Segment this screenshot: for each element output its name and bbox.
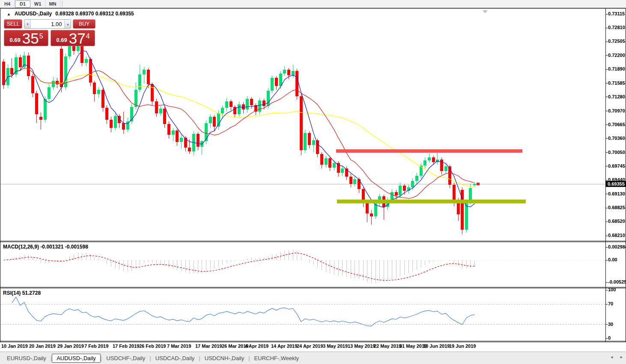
volume-stepper: ▼ 1.00 ▲ bbox=[24, 19, 71, 29]
chart-title: ▲AUDUSD-,Daily0.69328 0.69370 0.69312 0.… bbox=[7, 11, 134, 17]
timeframe-toolbar: H4D1W1MN bbox=[0, 0, 626, 8]
macd-indicator-label: MACD(12,26,9) -0.001321 -0.001598 bbox=[3, 244, 88, 250]
timeframe-button-d1[interactable]: D1 bbox=[15, 0, 30, 8]
date-axis-label: 22 May 2019 bbox=[374, 343, 401, 349]
price-axis-label: 0.70665 bbox=[608, 122, 625, 127]
tab-scroll-left-icon[interactable]: ◄ bbox=[610, 355, 614, 359]
mt4-terminal: H4D1W1MN ▲AUDUSD-,Daily0.69328 0.69370 0… bbox=[0, 0, 626, 364]
sell-price-pip: 5 bbox=[39, 33, 43, 40]
price-axis-label: 0.72505 bbox=[608, 38, 625, 44]
price-axis-label: 0.70360 bbox=[608, 136, 625, 141]
rsi-axis-label: 30 bbox=[608, 322, 613, 327]
date-axis-label: 24 Apr 2019 bbox=[297, 343, 323, 349]
buy-price-big: 37 bbox=[69, 31, 86, 46]
toolbar-separator bbox=[62, 1, 63, 7]
sell-price-panel[interactable]: 0.69 35 5 bbox=[4, 30, 48, 46]
volume-decrease-icon[interactable]: ▼ bbox=[24, 20, 31, 28]
tab-eurchf-weekly[interactable]: EURCHF-,Weekly bbox=[250, 354, 304, 363]
resistance-line[interactable] bbox=[336, 149, 522, 153]
date-axis-label: 7 Feb 2019 bbox=[84, 343, 108, 349]
rsi-axis-label: 70 bbox=[608, 301, 613, 306]
date-axis-label: 10 Jan 2019 bbox=[1, 343, 28, 349]
macd-axis-label: 0.00 bbox=[608, 257, 617, 262]
support-line[interactable] bbox=[337, 200, 526, 204]
collapse-trade-widget-icon[interactable]: ▲ bbox=[7, 12, 11, 16]
buy-price-pip: 4 bbox=[86, 33, 90, 40]
price-axis-label: 0.69130 bbox=[608, 191, 625, 196]
one-click-trading-widget: SELL ▼ 1.00 ▲ BUY 0.69 35 5 0.69 37 4 bbox=[4, 19, 95, 46]
date-axis-label: 17 Feb 2019 bbox=[113, 343, 139, 349]
price-axis-label: 0.71280 bbox=[608, 94, 625, 99]
price-axis-label: 0.71585 bbox=[608, 80, 625, 86]
price-axis-label: 0.70970 bbox=[608, 108, 625, 113]
autoscroll-indicator-icon bbox=[483, 10, 488, 13]
buy-price-prefix: 0.69 bbox=[56, 37, 67, 43]
sell-price-big: 35 bbox=[22, 31, 39, 46]
current-price-tag: 0.69355 bbox=[606, 181, 626, 187]
ohlc-readout: 0.69328 0.69370 0.69312 0.69355 bbox=[55, 11, 134, 17]
tab-eurusd-daily[interactable]: EURUSD-,Daily bbox=[3, 354, 51, 363]
date-axis-label: 17 Mar 2019 bbox=[195, 343, 222, 349]
sell-button[interactable]: SELL bbox=[4, 19, 22, 29]
price-axis-label: 0.72810 bbox=[608, 25, 625, 30]
date-axis-label: 20 Jan 2019 bbox=[29, 343, 56, 349]
date-axis-label: 10 Jun 2019 bbox=[423, 343, 450, 349]
candlestick-series bbox=[2, 36, 476, 234]
macd-signal-line bbox=[4, 253, 475, 281]
price-axis-label: 0.72200 bbox=[608, 53, 625, 58]
date-axis-label: 4 Apr 2019 bbox=[245, 343, 268, 349]
ma-slow-line bbox=[4, 68, 475, 187]
chart-tab-bar: EURUSD-,Daily|AUDUSD-,Daily|USDCHF-,Dail… bbox=[0, 352, 626, 364]
chart-canvas[interactable] bbox=[0, 0, 626, 364]
macd-axis-label: -0.005256 bbox=[608, 279, 626, 284]
volume-increase-icon[interactable]: ▲ bbox=[64, 20, 71, 28]
buy-price-panel[interactable]: 0.69 37 4 bbox=[51, 30, 95, 46]
date-axis-label: 14 Apr 2019 bbox=[271, 343, 297, 349]
tab-usdcnh-daily[interactable]: USDCNH-,Daily bbox=[200, 354, 248, 363]
macd-axis-label: 0.002984 bbox=[608, 244, 626, 249]
price-axis-label: 0.70050 bbox=[608, 150, 625, 155]
price-axis-label: 0.73115 bbox=[608, 11, 625, 16]
tab-audusd-daily[interactable]: AUDUSD-,Daily bbox=[52, 354, 101, 363]
date-axis-label: 19 Jun 2019 bbox=[449, 343, 476, 349]
price-axis-label: 0.68210 bbox=[608, 233, 625, 238]
timeframe-button-h4[interactable]: H4 bbox=[0, 0, 15, 7]
sell-price-prefix: 0.69 bbox=[9, 37, 20, 43]
tab-usdchf-daily[interactable]: USDCHF-,Daily bbox=[102, 354, 149, 363]
volume-input[interactable]: 1.00 bbox=[31, 20, 64, 28]
rsi-axis-label: 100 bbox=[608, 287, 616, 292]
rsi-axis-label: 0 bbox=[608, 335, 611, 340]
symbol-label: AUDUSD-,Daily bbox=[15, 11, 52, 17]
price-axis-label: 0.69745 bbox=[608, 163, 625, 169]
date-axis-label: 26 Feb 2019 bbox=[139, 343, 166, 349]
rsi-line bbox=[12, 297, 475, 326]
date-axis-label: 13 May 2019 bbox=[348, 343, 375, 349]
date-axis-label: 3 May 2019 bbox=[323, 343, 348, 349]
date-axis-label: 7 Mar 2019 bbox=[167, 343, 191, 349]
tab-scroll-right-icon[interactable]: ► bbox=[620, 355, 623, 359]
tab-scroll-buttons: ◄ ► bbox=[610, 355, 623, 359]
price-axis-label: 0.68825 bbox=[608, 205, 625, 210]
timeframe-button-mn[interactable]: MN bbox=[45, 0, 60, 7]
date-axis-label: 29 Jan 2019 bbox=[57, 343, 84, 349]
buy-button[interactable]: BUY bbox=[73, 19, 95, 29]
price-axis-label: 0.71890 bbox=[608, 66, 625, 71]
tab-usdcad-daily[interactable]: USDCAD-,Daily bbox=[151, 354, 199, 363]
timeframe-button-w1[interactable]: W1 bbox=[30, 0, 45, 7]
rsi-indicator-label: RSI(14) 51.2728 bbox=[3, 290, 41, 296]
last-price-marker-icon bbox=[477, 183, 480, 185]
ma-mid-line bbox=[4, 68, 475, 198]
price-axis-label: 0.68520 bbox=[608, 219, 625, 224]
